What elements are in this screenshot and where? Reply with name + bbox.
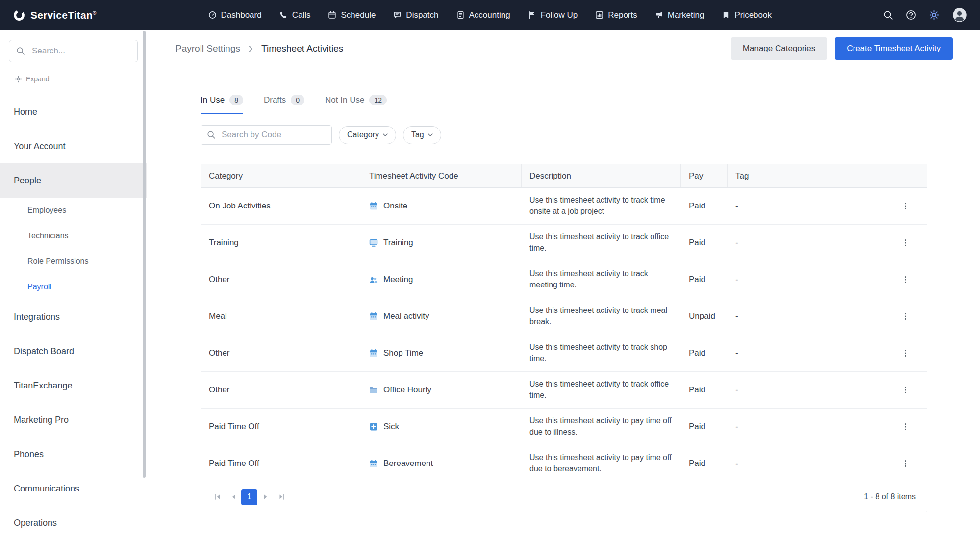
sidebar-item-titanexchange[interactable]: TitanExchange: [0, 368, 147, 403]
column-header-actions: [884, 164, 927, 187]
sidebar-item-home[interactable]: Home: [0, 95, 147, 129]
row-pay: Paid: [681, 225, 728, 261]
table-row: Paid Time Off Bereavement Use this times…: [201, 445, 927, 482]
nav-follow-up[interactable]: Follow Up: [528, 10, 578, 20]
page-header: Payroll Settings Timesheet Activities Ma…: [147, 35, 980, 62]
row-description: Use this timesheet activity to track off…: [522, 372, 681, 408]
nav-schedule[interactable]: Schedule: [328, 10, 376, 20]
row-menu-button[interactable]: [898, 272, 913, 287]
sidebar-item-phones[interactable]: Phones: [0, 437, 147, 471]
row-category: Paid Time Off: [201, 409, 361, 445]
timesheet-activities-table: Category Timesheet Activity Code Descrip…: [201, 164, 927, 512]
table-row: On Job Activities Onsite Use this timesh…: [201, 188, 927, 225]
settings-gear-icon: [929, 10, 939, 20]
row-tag: -: [728, 335, 884, 371]
row-description: Use this timesheet activity to track sho…: [522, 335, 681, 371]
row-category: Paid Time Off: [201, 445, 361, 482]
sidebar-item-technicians[interactable]: Technicians: [0, 223, 147, 249]
settings-button[interactable]: [929, 10, 939, 20]
servicetitan-logo[interactable]: ServiceTitan®: [13, 9, 97, 22]
tab-bar: In Use 8 Drafts 0 Not In Use 12: [201, 87, 927, 114]
previous-page-button[interactable]: [225, 489, 241, 505]
tag-filter-dropdown[interactable]: Tag: [403, 126, 441, 144]
row-menu-button[interactable]: [898, 419, 913, 434]
sidebar-search-input[interactable]: [9, 40, 138, 62]
column-header-description: Description: [522, 164, 681, 187]
row-description: Use this timesheet activity to track off…: [522, 225, 681, 261]
nav-calls[interactable]: Calls: [279, 10, 311, 20]
column-header-category: Category: [201, 164, 361, 187]
tab-not-in-use-count: 12: [369, 95, 387, 105]
megaphone-icon: [655, 11, 663, 19]
row-menu-button[interactable]: [898, 199, 913, 213]
sidebar-item-employees[interactable]: Employees: [0, 198, 147, 223]
filter-bar: Category Tag: [201, 125, 927, 145]
row-code: Sick: [361, 409, 522, 445]
top-navigation: ServiceTitan® Dashboard Calls Schedule D…: [0, 0, 980, 30]
sidebar-item-marketing-pro[interactable]: Marketing Pro: [0, 403, 147, 437]
sidebar-expand-toggle[interactable]: Expand: [15, 75, 49, 83]
sidebar-item-communications[interactable]: Communications: [0, 471, 147, 506]
nav-marketing[interactable]: Marketing: [655, 10, 704, 20]
tab-in-use-count: 8: [229, 95, 243, 105]
page-1-button[interactable]: 1: [241, 489, 257, 505]
row-menu-button[interactable]: [898, 456, 913, 471]
row-menu-button[interactable]: [898, 383, 913, 397]
next-page-button[interactable]: [257, 489, 274, 505]
create-timesheet-activity-button[interactable]: Create Timesheet Activity: [835, 37, 953, 60]
breadcrumb-current: Timesheet Activities: [261, 43, 343, 54]
sidebar-nav: Home Your Account People Employees Techn…: [0, 95, 147, 540]
row-code: Shop Time: [361, 335, 522, 371]
nav-dashboard[interactable]: Dashboard: [208, 10, 262, 20]
column-header-pay: Pay: [681, 164, 728, 187]
row-tag: -: [728, 445, 884, 482]
nav-accounting[interactable]: Accounting: [456, 10, 510, 20]
flag-icon: [528, 11, 536, 19]
row-tag: -: [728, 409, 884, 445]
help-button[interactable]: [906, 10, 916, 20]
row-category: On Job Activities: [201, 188, 361, 224]
row-pay: Unpaid: [681, 298, 728, 335]
table-row: Other Shop Time Use this timesheet activ…: [201, 335, 927, 372]
calendar-icon: [328, 11, 336, 19]
bookmark-icon: [722, 11, 730, 19]
row-menu-button[interactable]: [898, 309, 913, 324]
category-filter-dropdown[interactable]: Category: [339, 126, 396, 144]
row-category: Other: [201, 261, 361, 298]
row-pay: Paid: [681, 261, 728, 298]
manage-categories-button[interactable]: Manage Categories: [731, 37, 827, 60]
tab-drafts[interactable]: Drafts 0: [264, 95, 304, 114]
calendar-icon: [369, 312, 378, 321]
last-page-button[interactable]: [274, 489, 290, 505]
sidebar-item-people[interactable]: People: [0, 163, 147, 198]
sidebar-item-dispatch-board[interactable]: Dispatch Board: [0, 334, 147, 368]
sidebar-item-your-account[interactable]: Your Account: [0, 129, 147, 163]
monitor-icon: [369, 238, 378, 247]
sidebar-scrollbar-thumb[interactable]: [143, 31, 146, 478]
row-menu-button[interactable]: [898, 346, 913, 361]
row-code: Meeting: [361, 261, 522, 298]
nav-dispatch[interactable]: Dispatch: [393, 10, 438, 20]
nav-pricebook[interactable]: Pricebook: [722, 10, 772, 20]
sidebar-search-icon: [16, 47, 25, 55]
sidebar-item-role-permissions[interactable]: Role Permissions: [0, 249, 147, 274]
table-body: On Job Activities Onsite Use this timesh…: [201, 188, 927, 482]
nav-reports[interactable]: Reports: [595, 10, 637, 20]
user-avatar[interactable]: [952, 7, 967, 23]
document-icon: [456, 11, 465, 19]
folder-icon: [369, 386, 378, 394]
tab-not-in-use[interactable]: Not In Use 12: [325, 95, 387, 114]
sidebar-item-integrations[interactable]: Integrations: [0, 300, 147, 334]
first-page-button[interactable]: [209, 489, 225, 505]
tab-in-use[interactable]: In Use 8: [201, 95, 243, 114]
calendar-icon: [369, 202, 378, 210]
sidebar-item-payroll[interactable]: Payroll: [0, 274, 147, 300]
sidebar-scrollbar[interactable]: [143, 31, 146, 539]
sidebar-item-operations[interactable]: Operations: [0, 506, 147, 540]
row-menu-button[interactable]: [898, 235, 913, 250]
search-by-code-input[interactable]: [201, 125, 332, 145]
expand-icon: [15, 76, 22, 83]
avatar-icon: [952, 7, 967, 23]
breadcrumb-payroll-settings[interactable]: Payroll Settings: [176, 43, 240, 54]
global-search-button[interactable]: [883, 10, 893, 20]
